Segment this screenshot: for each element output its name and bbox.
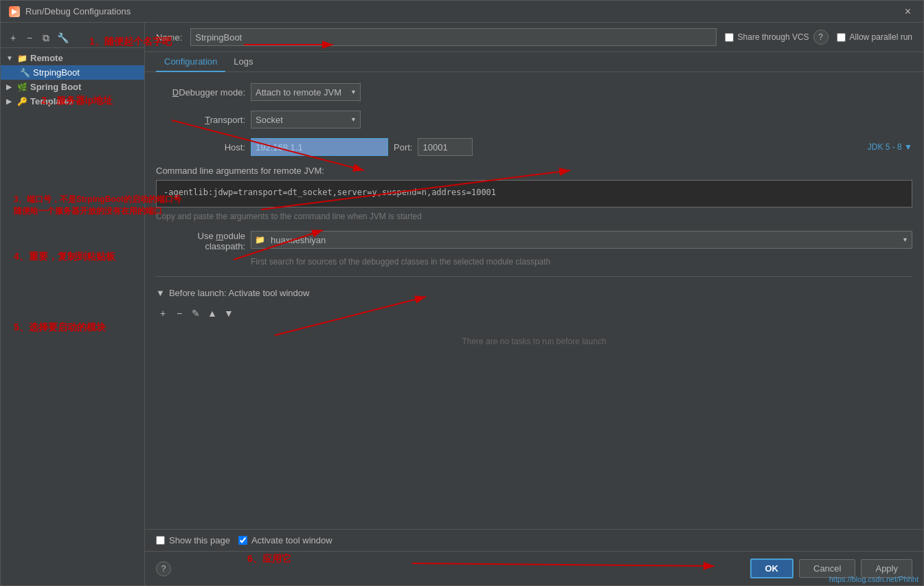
tree-templates-folder[interactable]: ▶ 🔑 Templates (1, 94, 144, 109)
allow-parallel-label: Allow parallel run (850, 32, 912, 42)
copy-config-button[interactable]: ⧉ (39, 31, 53, 45)
tabs-row: Configuration Logs (145, 52, 923, 72)
right-panel: Name: Share through VCS ? Allow parallel… (145, 23, 923, 585)
left-toolbar: + − ⧉ 🔧 (1, 28, 144, 48)
watermark: https://blog.csdn.net/Phhht (829, 575, 919, 583)
module-folder-icon: 📁 (255, 235, 265, 245)
tab-configuration[interactable]: Configuration (156, 52, 225, 72)
templates-label: Templates (30, 96, 74, 106)
allow-parallel-checkbox[interactable] (837, 33, 846, 42)
add-config-button[interactable]: + (6, 31, 20, 45)
module-classpath-row: Use module classpath: 📁 huaxueshiyan (156, 231, 912, 251)
tree-remote-folder[interactable]: ▼ 📁 Remote (1, 51, 144, 65)
show-page-row: Show this page (156, 535, 230, 545)
tab-logs[interactable]: Logs (225, 52, 261, 72)
cmd-args-section: Command line arguments for remote JVM: -… (156, 166, 912, 221)
port-input[interactable] (418, 138, 473, 156)
remote-folder-icon: 📁 (17, 54, 27, 63)
activate-tool-checkbox[interactable] (238, 536, 247, 545)
transport-select-wrap: Socket (251, 111, 361, 128)
ok-button[interactable]: OK (750, 559, 794, 578)
share-vcs-checkbox[interactable] (725, 33, 734, 42)
module-select[interactable]: huaxueshiyan (251, 231, 912, 249)
module-classpath-label: Use module classpath: (156, 231, 245, 251)
arrow-expanded-icon: ▼ (6, 54, 14, 62)
activate-tool-row: Activate tool window (238, 535, 333, 545)
allow-parallel-row: Allow parallel run (837, 32, 912, 42)
remote-folder-label: Remote (30, 53, 63, 63)
left-panel: + − ⧉ 🔧 ▼ 📁 Remote 🔧 StrpingBoot ▶ 🌿 Spr… (1, 23, 145, 585)
host-port-row: Host: Port: JDK 5 - 8 ▼ (156, 138, 912, 156)
debugger-mode-row: DDebugger mode: Attach to remote JVM (156, 83, 912, 101)
title-bar-left: ▶ Run/Debug Configurations (9, 6, 131, 17)
title-bar: ▶ Run/Debug Configurations × (1, 1, 923, 23)
move-up-button[interactable]: ▲ (205, 306, 219, 320)
share-vcs-label: Share through VCS (738, 32, 809, 42)
share-vcs-row: Share through VCS ? (725, 30, 829, 45)
bottom-bar: Show this page Activate tool window (145, 529, 923, 551)
port-label: Port: (394, 142, 412, 153)
remove-config-button[interactable]: − (23, 31, 36, 45)
springboot-icon: 🌿 (17, 82, 27, 92)
dialog-help-button[interactable]: ? (156, 561, 171, 576)
strpingboot-label: StrpingBoot (33, 67, 80, 78)
module-hint: First search for sources of the debugged… (251, 257, 912, 267)
show-page-checkbox[interactable] (156, 536, 165, 545)
show-page-label: Show this page (169, 535, 230, 545)
main-content: + − ⧉ 🔧 ▼ 📁 Remote 🔧 StrpingBoot ▶ 🌿 Spr… (1, 23, 923, 585)
debugger-mode-select-wrap: Attach to remote JVM (251, 83, 361, 101)
name-input[interactable] (190, 28, 716, 46)
buttons-bar: ? OK Cancel Apply (145, 551, 923, 585)
cmd-args-box: -agentlib:jdwp=transport=dt_socket,serve… (156, 180, 912, 207)
arrow-collapsed2-icon: ▶ (6, 98, 14, 105)
name-label: Name: (156, 32, 182, 43)
before-launch-toolbar: + − ✎ ▲ ▼ (156, 304, 912, 323)
jdk-selector[interactable]: JDK 5 - 8 ▼ (868, 142, 912, 152)
divider (156, 276, 912, 277)
cmd-hint: Copy and paste the arguments to the comm… (156, 212, 912, 221)
wrench-icon[interactable]: 🔧 (56, 31, 69, 45)
tree-springboot-folder[interactable]: ▶ 🌿 Spring Boot (1, 80, 144, 94)
remove-task-button[interactable]: − (172, 306, 186, 320)
tree-strpingboot-item[interactable]: 🔧 StrpingBoot (1, 65, 144, 80)
add-task-button[interactable]: + (156, 306, 170, 320)
module-select-wrap: 📁 huaxueshiyan (251, 231, 912, 249)
host-input[interactable] (251, 138, 388, 156)
debugger-mode-label: DDebugger mode: (156, 87, 245, 98)
activate-tool-label: Activate tool window (251, 535, 333, 545)
transport-select[interactable]: Socket (251, 111, 361, 128)
close-button[interactable]: × (901, 4, 915, 19)
collapse-icon: ▼ (156, 288, 165, 298)
app-icon: ▶ (9, 6, 20, 17)
arrow-collapsed-icon: ▶ (6, 83, 14, 91)
help-icon[interactable]: ? (813, 30, 829, 45)
cmd-args-label: Command line arguments for remote JVM: (156, 166, 912, 176)
dialog-title: Run/Debug Configurations (25, 6, 131, 16)
before-launch-label: Before launch: Activate tool window (169, 288, 310, 298)
transport-label: Transport: (156, 115, 245, 125)
before-launch-empty: There are no tasks to run before launch (156, 323, 912, 360)
host-label: Host: (156, 142, 245, 153)
transport-row: Transport: Socket (156, 111, 912, 128)
before-launch-header[interactable]: ▼ Before launch: Activate tool window (156, 282, 912, 304)
templates-icon: 🔑 (17, 97, 27, 106)
run-debug-dialog: ▶ Run/Debug Configurations × + − ⧉ 🔧 ▼ 📁… (0, 0, 924, 586)
move-down-button[interactable]: ▼ (222, 306, 236, 320)
debug-config-icon: 🔧 (20, 68, 30, 78)
edit-task-button[interactable]: ✎ (189, 306, 203, 320)
config-area: DDebugger mode: Attach to remote JVM Tra… (145, 72, 923, 529)
springboot-label: Spring Boot (30, 82, 81, 92)
name-row: Name: Share through VCS ? Allow parallel… (145, 23, 923, 52)
debugger-mode-select[interactable]: Attach to remote JVM (251, 83, 361, 101)
